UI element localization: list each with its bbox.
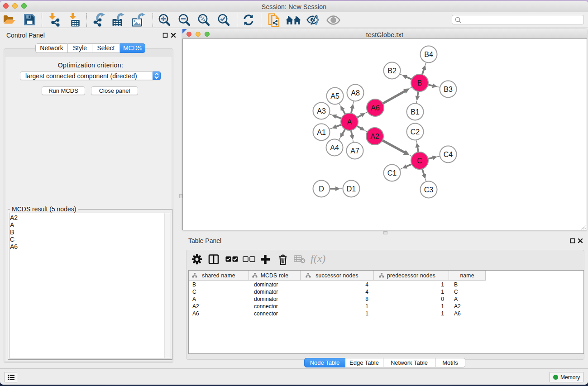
svg-text:A8: A8 [351,89,360,97]
svg-text:C1: C1 [387,169,397,177]
svg-text:A: A [347,118,352,126]
svg-text:B1: B1 [411,108,420,116]
svg-text:B3: B3 [444,86,453,93]
svg-text:A5: A5 [330,92,339,100]
svg-text:D1: D1 [347,185,356,193]
svg-text:A4: A4 [330,144,339,152]
svg-text:B4: B4 [424,51,433,58]
svg-text:A1: A1 [317,129,326,136]
svg-text:A2: A2 [370,133,379,140]
svg-text:A6: A6 [371,104,380,112]
svg-text:B: B [417,79,422,87]
svg-text:A7: A7 [350,147,359,155]
svg-text:B2: B2 [387,67,397,75]
svg-text:C4: C4 [444,151,453,158]
svg-text:C2: C2 [411,128,420,136]
svg-text:A3: A3 [317,107,326,115]
svg-text:D: D [319,185,324,193]
svg-text:C3: C3 [424,186,434,194]
svg-text:C: C [417,157,422,165]
